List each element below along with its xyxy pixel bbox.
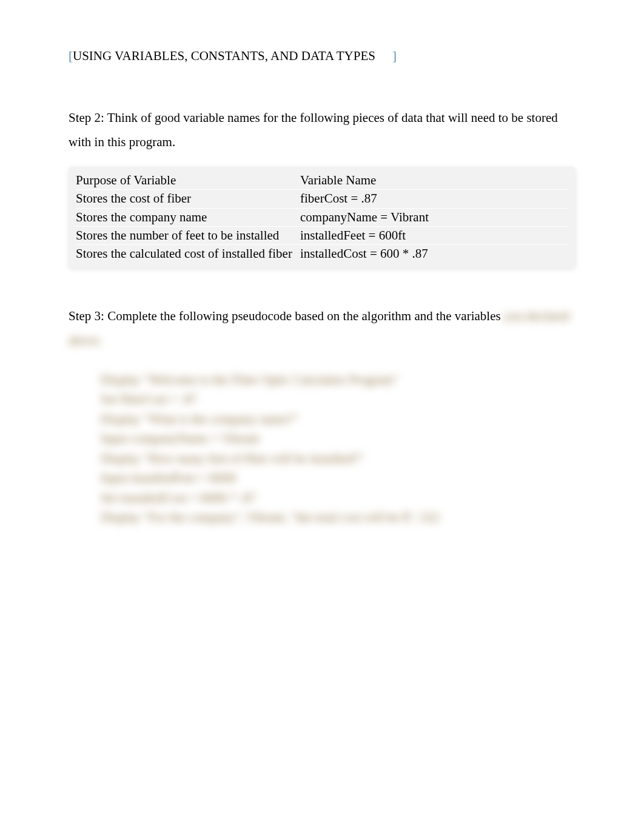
table-row: Stores the calculated cost of installed …	[76, 245, 568, 263]
table-header-row: Purpose of Variable Variable Name	[76, 172, 568, 190]
table-row: Stores the company name companyName = Vi…	[76, 209, 568, 227]
table-cell-purpose: Stores the company name	[76, 209, 300, 226]
table-header-name: Variable Name	[300, 172, 568, 189]
pseudocode-line: Input installedFeet = 600ft	[101, 468, 575, 488]
pseudocode-line: Set fiberCost = .87	[101, 389, 575, 409]
table-cell-name: fiberCost = .87	[300, 190, 568, 207]
table-cell-name: installedFeet = 600ft	[300, 227, 568, 244]
step3-visible: Step 3: Complete the following pseudocod…	[69, 309, 501, 323]
pseudocode-block: Display "Welcome to the Fiber Optic Calc…	[69, 370, 575, 528]
table-cell-purpose: Stores the calculated cost of installed …	[76, 245, 300, 263]
table-cell-purpose: Stores the cost of fiber	[76, 190, 300, 207]
close-bracket: ]	[392, 49, 397, 63]
step3-text: Step 3: Complete the following pseudocod…	[69, 304, 575, 353]
pseudocode-line: Display "What is the company name?"	[101, 409, 575, 429]
step2-text: Step 2: Think of good variable names for…	[69, 106, 575, 155]
table-cell-purpose: Stores the number of feet to be installe…	[76, 227, 300, 244]
pseudocode-line: Input companyName = Vibrant	[101, 429, 575, 449]
pseudocode-line: Set installedCost = 600ft * .87	[101, 488, 575, 508]
table-row: Stores the cost of fiber fiberCost = .87	[76, 190, 568, 208]
header-title: USING VARIABLES, CONSTANTS, AND DATA TYP…	[73, 49, 375, 63]
page-header: [USING VARIABLES, CONSTANTS, AND DATA TY…	[69, 49, 575, 64]
table-cell-name: companyName = Vibrant	[300, 209, 568, 226]
table-row: Stores the number of feet to be installe…	[76, 227, 568, 245]
pseudocode-line: Display "Welcome to the Fiber Optic Calc…	[101, 370, 575, 390]
open-bracket: [	[69, 49, 73, 63]
variable-table: Purpose of Variable Variable Name Stores…	[69, 167, 575, 268]
pseudocode-line: Display "How many feet of fiber will be …	[101, 449, 575, 469]
pseudocode-line: Display "For the company", Vibrant, "the…	[101, 508, 575, 528]
table-header-purpose: Purpose of Variable	[76, 172, 300, 189]
table-cell-name: installedCost = 600 * .87	[300, 245, 568, 263]
